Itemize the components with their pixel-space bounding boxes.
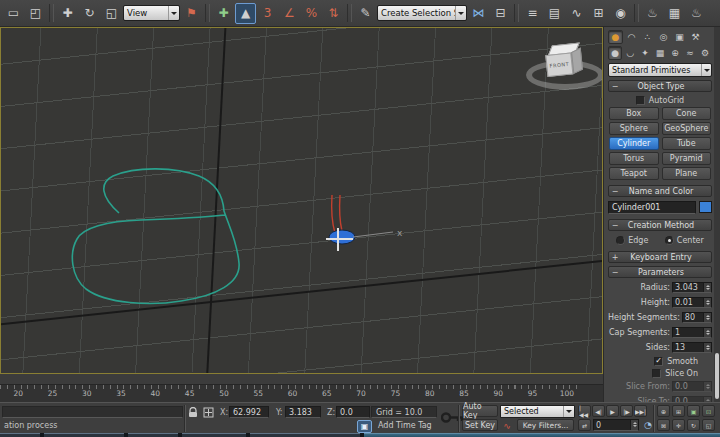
orbit-button[interactable]: ↻ (687, 419, 700, 431)
named-selection-set-dropdown[interactable]: Create Selection Se (377, 3, 467, 24)
zoom-button[interactable]: ⊕ (657, 405, 670, 417)
primitive-button[interactable]: Plane (662, 167, 712, 180)
primitive-button[interactable]: Box (609, 107, 659, 120)
viewcube[interactable]: FRONT (524, 38, 603, 100)
chevron-down-icon[interactable] (168, 6, 179, 20)
zoom-all-button[interactable]: ⊞ (672, 405, 685, 417)
radio-icon[interactable] (616, 236, 625, 245)
tab-hierarchy[interactable]: ∴ (640, 30, 655, 44)
auto-key-button[interactable]: Auto Key (462, 405, 498, 417)
key-filter-set-dropdown[interactable]: Selected (500, 405, 575, 418)
spinner-arrows[interactable] (630, 420, 638, 430)
parameter-field[interactable]: 0.01 (672, 297, 712, 308)
ribbon-toggle-icon[interactable]: ▤ (544, 3, 565, 24)
parameter-field[interactable]: 1 (672, 327, 712, 338)
select-and-move-icon[interactable]: ✚ (57, 3, 78, 24)
primitive-button[interactable]: Cone (662, 107, 712, 120)
set-key-button[interactable]: Set Key (462, 419, 498, 431)
rollout-header[interactable]: − Creation Method (608, 219, 712, 231)
angle-snap-icon[interactable]: ∠ (279, 3, 300, 24)
go-to-end-button[interactable]: ▶▶| (634, 405, 647, 417)
render-production-icon[interactable]: ♨ (686, 3, 707, 24)
schematic-view-icon[interactable]: ⊞ (588, 3, 609, 24)
category-shapes[interactable]: ◡ (623, 46, 637, 60)
snap-3d-icon[interactable]: 3 (257, 3, 278, 24)
taskbar-button[interactable] (182, 433, 246, 437)
panel-scrollbar-thumb[interactable] (715, 353, 719, 399)
absolute-offset-mode-icon[interactable] (203, 407, 214, 418)
isolate-selection-icon[interactable]: ▣ (357, 420, 372, 433)
zoom-extents-button[interactable]: ▣ (687, 405, 700, 417)
snaps-toggle-icon[interactable]: ▲ (235, 3, 256, 24)
rollout-header[interactable]: − Parameters (608, 266, 712, 278)
curve-editor-icon[interactable]: ∿ (566, 3, 587, 24)
spinner-arrows[interactable] (703, 313, 711, 322)
spinner-arrows[interactable] (703, 283, 711, 292)
percent-snap-icon[interactable]: % (301, 3, 322, 24)
rollout-header[interactable]: − Name and Color (608, 185, 712, 197)
primitive-button[interactable]: Teapot (609, 167, 659, 180)
mirror-icon[interactable]: ⋈ (468, 3, 489, 24)
zoom-region-button[interactable]: ⊠ (657, 419, 670, 431)
perspective-viewport[interactable]: x FRONT (0, 27, 603, 374)
reference-coordinate-system-dropdown[interactable]: View (123, 3, 180, 24)
primitive-button[interactable]: Pyramid (662, 152, 712, 165)
select-and-scale-icon[interactable]: ◱ (101, 3, 122, 24)
category-helpers[interactable]: ⊕ (668, 46, 682, 60)
go-to-start-button[interactable]: |◀◀ (578, 405, 591, 417)
key-filters-button[interactable]: Key Filters... (517, 419, 574, 431)
primitive-button[interactable]: Sphere (609, 122, 659, 135)
pan-button[interactable]: ✛ (672, 419, 685, 431)
primitive-button[interactable]: GeoSphere (662, 122, 712, 135)
default-in-out-tangents-icon[interactable]: ∿ (500, 419, 514, 432)
object-color-swatch[interactable] (699, 201, 712, 213)
category-space-warps[interactable]: ≈ (683, 46, 697, 60)
rollout-header[interactable]: + Keyboard Entry (608, 251, 712, 263)
use-pivot-point-center-icon[interactable]: ⚑ (181, 3, 202, 24)
play-button[interactable]: ▶ (606, 405, 619, 417)
current-frame-field[interactable]: 0 (593, 419, 639, 431)
select-and-rotate-icon[interactable]: ↻ (79, 3, 100, 24)
taskbar-button[interactable] (128, 433, 178, 437)
tab-display[interactable]: ▣ (672, 30, 687, 44)
taskbar-button[interactable] (0, 433, 40, 437)
viewcube-cube[interactable]: FRONT (548, 42, 583, 79)
chevron-down-icon[interactable] (455, 6, 466, 20)
object-name-field[interactable]: Cylinder001 (608, 201, 696, 214)
zoom-extents-all-button[interactable]: ⊡ (702, 405, 715, 417)
maximize-viewport-button[interactable]: ◱ (702, 419, 715, 431)
smooth-checkbox[interactable] (654, 357, 663, 366)
time-slider-track[interactable] (0, 374, 603, 385)
primitive-button[interactable]: Torus (609, 152, 659, 165)
taskbar-button[interactable] (44, 433, 124, 437)
category-geometry[interactable]: ● (608, 46, 622, 60)
spinner-arrows[interactable] (703, 298, 711, 307)
select-and-manipulate-icon[interactable]: ✚ (213, 3, 234, 24)
autogrid-checkbox[interactable] (636, 96, 645, 105)
x-coordinate-field[interactable]: 62.992 (229, 406, 269, 418)
tab-modify[interactable]: ◠ (624, 30, 639, 44)
radio-icon[interactable] (665, 236, 674, 245)
y-coordinate-field[interactable]: 3.183 (285, 406, 321, 418)
spinner-snap-icon[interactable]: ⇅ (323, 3, 344, 24)
window-crossing-toggle-icon[interactable]: ◰ (25, 3, 46, 24)
category-systems[interactable]: ⚙ (698, 46, 712, 60)
category-cameras[interactable]: ▦ (653, 46, 667, 60)
next-frame-button[interactable]: |▶ (620, 405, 633, 417)
key-mode-toggle[interactable]: ⇄ (578, 419, 591, 431)
category-lights[interactable]: ✦ (638, 46, 652, 60)
z-coordinate-field[interactable]: 0.0 (336, 406, 370, 418)
parameter-field[interactable]: 13 (672, 342, 712, 353)
tab-motion[interactable]: ◎ (656, 30, 671, 44)
taskbar-button[interactable] (250, 433, 360, 437)
primitive-category-dropdown[interactable]: Standard Primitives (608, 63, 712, 77)
rollout-header[interactable]: − Object Type (608, 80, 712, 92)
chevron-down-icon[interactable] (701, 64, 711, 76)
slice-on-checkbox[interactable] (652, 369, 661, 378)
material-editor-icon[interactable]: ◉ (610, 3, 631, 24)
parameter-field[interactable]: 80 (682, 312, 712, 323)
selection-lock-icon[interactable] (188, 407, 198, 418)
parameter-field[interactable]: 3.043 (672, 282, 712, 293)
align-icon[interactable]: ⊟ (490, 3, 511, 24)
cylinder-object[interactable] (329, 230, 355, 244)
